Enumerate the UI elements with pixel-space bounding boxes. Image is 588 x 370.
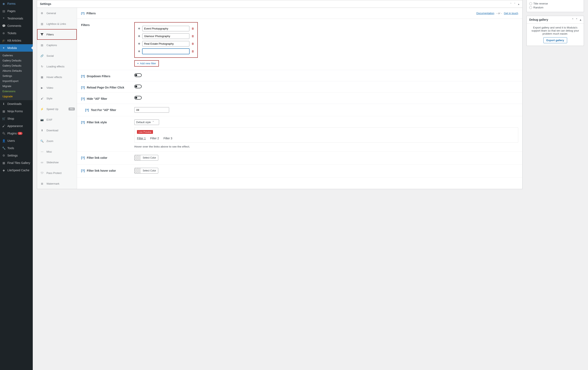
help-icon[interactable]: [?] bbox=[85, 108, 89, 112]
hide-all-toggle[interactable] bbox=[134, 96, 142, 99]
tab-speed[interactable]: ⚡Speed UpPRO bbox=[37, 104, 77, 114]
sub-galleries[interactable]: Galleries bbox=[0, 53, 33, 58]
filter-row: ✥ 🗑 bbox=[138, 41, 194, 46]
menu-appearance[interactable]: 🖌Appearance bbox=[0, 122, 33, 130]
reload-toggle[interactable] bbox=[134, 85, 142, 88]
tab-zoom[interactable]: 🔍Zoom bbox=[37, 136, 77, 146]
tab-hover[interactable]: ▦Hover effects bbox=[37, 72, 77, 82]
sub-extensions[interactable]: Extensions bbox=[0, 89, 33, 94]
download-icon: ⬇ bbox=[2, 102, 6, 106]
menu-kb[interactable]: 🎓KB Articles bbox=[0, 37, 33, 44]
link-hover-color-picker[interactable]: Select Color bbox=[134, 168, 158, 174]
help-icon[interactable]: [?] bbox=[81, 12, 84, 15]
help-icon[interactable]: [?] bbox=[81, 86, 85, 89]
tab-exif[interactable]: 📷EXIF bbox=[37, 114, 77, 125]
delete-icon[interactable]: 🗑 bbox=[191, 35, 194, 38]
lightbox-icon: ▥ bbox=[40, 22, 44, 26]
menu-ninja[interactable]: ▦Ninja Forms bbox=[0, 108, 33, 115]
sub-gallery-defaults-2[interactable]: Gallery Defaults bbox=[0, 63, 33, 68]
hover-icon: ▦ bbox=[40, 75, 44, 79]
tab-misc[interactable]: ⋯Misc bbox=[37, 146, 77, 157]
link-style-label: Filter link style bbox=[87, 121, 107, 124]
sub-import-export[interactable]: Import/Export bbox=[0, 78, 33, 84]
filter-input-2[interactable] bbox=[142, 33, 189, 39]
preview-filter-1[interactable]: Filter 1 bbox=[137, 137, 146, 140]
pro-badge: PRO bbox=[69, 108, 75, 110]
help-icon[interactable]: [?] bbox=[81, 97, 85, 100]
delete-icon[interactable]: 🗑 bbox=[191, 50, 194, 53]
sub-gallery-defaults-1[interactable]: Gallery Defaults bbox=[0, 58, 33, 63]
modula-submenu: Galleries Gallery Defaults Gallery Defau… bbox=[0, 52, 33, 100]
help-icon[interactable]: [?] bbox=[81, 121, 85, 124]
text-all-input[interactable] bbox=[134, 107, 169, 113]
tab-loading[interactable]: ↻Loading effects bbox=[37, 61, 77, 72]
drag-icon[interactable]: ✥ bbox=[138, 50, 140, 53]
menu-users[interactable]: 👤Users bbox=[0, 137, 33, 144]
drag-icon[interactable]: ✥ bbox=[138, 27, 140, 30]
menu-testimonials[interactable]: ❝Testimonials bbox=[0, 15, 33, 22]
get-in-touch-link[interactable]: Get in touch bbox=[504, 12, 518, 15]
tab-style[interactable]: 🖌Style bbox=[37, 93, 77, 104]
filter-input-4[interactable] bbox=[142, 49, 189, 54]
brush2-icon: 🖌 bbox=[40, 96, 44, 100]
collapse-icon[interactable]: ▴ bbox=[580, 18, 581, 21]
menu-litespeed[interactable]: ◆LiteSpeed Cache bbox=[0, 167, 33, 174]
tab-captions[interactable]: ▤Captions bbox=[37, 40, 77, 50]
move-up-icon[interactable]: ˄ bbox=[572, 18, 573, 21]
help-icon[interactable]: [?] bbox=[81, 75, 85, 78]
sort-title-reverse[interactable]: Title reverse bbox=[529, 2, 581, 6]
menu-tickets[interactable]: ⊛Tickets bbox=[0, 30, 33, 37]
sub-upgrade[interactable]: Upgrade bbox=[0, 94, 33, 99]
drag-icon[interactable]: ✥ bbox=[138, 42, 140, 45]
tab-download[interactable]: ⬇Download bbox=[37, 125, 77, 136]
menu-forms[interactable]: ◉Forms bbox=[0, 0, 33, 7]
menu-shop[interactable]: 🛒Shop bbox=[0, 115, 33, 122]
captions-icon: ▤ bbox=[40, 43, 44, 47]
delete-icon[interactable]: 🗑 bbox=[191, 42, 194, 45]
delete-icon[interactable]: 🗑 bbox=[191, 27, 194, 30]
tab-lightbox[interactable]: ▥Lightbox & Links bbox=[37, 18, 77, 29]
link-color-picker[interactable]: Select Color bbox=[134, 155, 158, 161]
export-gallery-button[interactable]: Export gallery bbox=[543, 37, 567, 43]
help-icon[interactable]: [?] bbox=[81, 156, 85, 159]
tickets-icon: ⊛ bbox=[2, 31, 6, 35]
help-icon[interactable]: [?] bbox=[81, 169, 85, 172]
menu-tools[interactable]: 🔧Tools bbox=[0, 144, 33, 152]
sub-albums-defaults[interactable]: Albums Defaults bbox=[0, 68, 33, 73]
cart-icon: 🛒 bbox=[2, 117, 6, 121]
comment-icon: 💬 bbox=[2, 24, 6, 28]
sub-settings[interactable]: Settings bbox=[0, 73, 33, 78]
preview-filter-2[interactable]: Filter 2 bbox=[150, 137, 159, 140]
add-filter-button[interactable]: + Add new filter bbox=[134, 60, 159, 66]
collapse-icon[interactable]: ▴ bbox=[518, 2, 519, 6]
filter-input-3[interactable] bbox=[142, 41, 189, 46]
sort-random[interactable]: Random bbox=[529, 6, 581, 10]
documentation-link[interactable]: Documentation bbox=[476, 12, 494, 15]
menu-comments[interactable]: 💬Comments bbox=[0, 22, 33, 30]
menu-settings[interactable]: ⚙Settings bbox=[0, 152, 33, 159]
menu-plugins[interactable]: 🔌Plugins16 bbox=[0, 130, 33, 137]
menu-pages[interactable]: ▤Pages bbox=[0, 7, 33, 15]
tab-slideshow[interactable]: ▭Slideshow bbox=[37, 157, 77, 168]
dropdown-toggle[interactable] bbox=[134, 73, 142, 77]
preview-filter-3[interactable]: Filter 3 bbox=[164, 137, 172, 140]
move-down-icon[interactable]: ˅ bbox=[576, 18, 577, 21]
tab-watermark[interactable]: ⊞Watermark bbox=[37, 178, 77, 189]
tab-general[interactable]: ⚙General bbox=[37, 8, 77, 18]
link-style-select[interactable]: Default style˅ bbox=[134, 120, 159, 125]
menu-modula[interactable]: ✦Modula bbox=[0, 44, 33, 52]
tab-filters[interactable]: Filters bbox=[37, 29, 77, 40]
link-hover-label: Filter link hover color bbox=[87, 169, 116, 172]
move-up-icon[interactable]: ˄ bbox=[510, 2, 512, 6]
tab-protect[interactable]: 🛡Pass Protect bbox=[37, 168, 77, 178]
quote-icon: ❝ bbox=[2, 16, 6, 21]
sub-migrate[interactable]: Migrate bbox=[0, 84, 33, 89]
filters-box: ✥ 🗑 ✥ 🗑 ✥ bbox=[134, 22, 198, 58]
filter-input-1[interactable] bbox=[142, 26, 189, 31]
tab-video[interactable]: ▶Video bbox=[37, 82, 77, 93]
menu-downloads[interactable]: ⬇Downloads bbox=[0, 100, 33, 108]
menu-final-tiles[interactable]: ▦Final Tiles Gallery bbox=[0, 159, 33, 167]
drag-icon[interactable]: ✥ bbox=[138, 35, 140, 38]
tab-social[interactable]: 🔗Social bbox=[37, 50, 77, 61]
move-down-icon[interactable]: ˅ bbox=[514, 2, 515, 6]
